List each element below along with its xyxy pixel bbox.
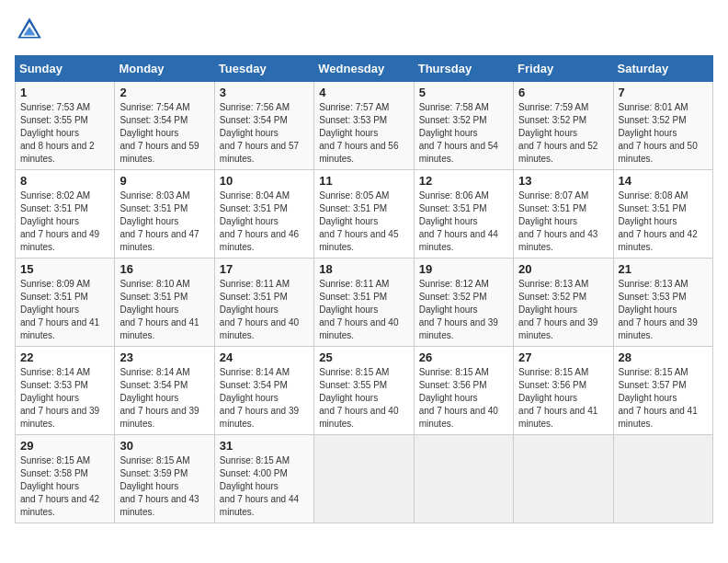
day-info: Sunrise: 8:04 AMSunset: 3:51 PMDaylight … xyxy=(220,190,309,254)
table-row xyxy=(514,435,613,523)
table-row: 15Sunrise: 8:09 AMSunset: 3:51 PMDayligh… xyxy=(16,259,115,347)
day-info: Sunrise: 8:13 AMSunset: 3:53 PMDaylight … xyxy=(619,278,708,342)
day-number: 14 xyxy=(619,174,708,188)
table-row: 14Sunrise: 8:08 AMSunset: 3:51 PMDayligh… xyxy=(613,170,712,259)
table-row: 6Sunrise: 7:59 AMSunset: 3:52 PMDaylight… xyxy=(514,82,613,170)
table-row: 11Sunrise: 8:05 AMSunset: 3:51 PMDayligh… xyxy=(314,170,414,259)
day-number: 23 xyxy=(119,350,209,364)
table-row xyxy=(414,435,513,523)
week-row-2: 15Sunrise: 8:09 AMSunset: 3:51 PMDayligh… xyxy=(16,259,713,347)
day-info: Sunrise: 8:02 AMSunset: 3:51 PMDaylight … xyxy=(20,190,109,254)
week-row-1: 8Sunrise: 8:02 AMSunset: 3:51 PMDaylight… xyxy=(16,170,713,259)
table-row: 22Sunrise: 8:14 AMSunset: 3:53 PMDayligh… xyxy=(16,347,115,435)
day-number: 4 xyxy=(319,86,408,99)
day-number: 5 xyxy=(419,86,508,99)
day-number: 3 xyxy=(220,86,309,99)
day-number: 25 xyxy=(319,350,408,364)
week-row-4: 29Sunrise: 8:15 AMSunset: 3:58 PMDayligh… xyxy=(16,435,713,523)
table-row: 4Sunrise: 7:57 AMSunset: 3:53 PMDaylight… xyxy=(314,82,414,170)
day-info: Sunrise: 8:12 AMSunset: 3:52 PMDaylight … xyxy=(419,278,508,342)
day-info: Sunrise: 8:03 AMSunset: 3:51 PMDaylight … xyxy=(119,190,209,254)
day-info: Sunrise: 8:15 AMSunset: 3:58 PMDaylight … xyxy=(20,454,109,519)
table-row: 17Sunrise: 8:11 AMSunset: 3:51 PMDayligh… xyxy=(214,259,313,347)
day-number: 7 xyxy=(619,86,708,99)
table-row: 29Sunrise: 8:15 AMSunset: 3:58 PMDayligh… xyxy=(16,435,115,523)
day-info: Sunrise: 7:57 AMSunset: 3:53 PMDaylight … xyxy=(319,101,408,166)
table-row: 28Sunrise: 8:15 AMSunset: 3:57 PMDayligh… xyxy=(613,347,712,435)
week-row-3: 22Sunrise: 8:14 AMSunset: 3:53 PMDayligh… xyxy=(16,347,713,435)
day-number: 18 xyxy=(319,262,408,276)
day-info: Sunrise: 7:58 AMSunset: 3:52 PMDaylight … xyxy=(419,101,508,166)
col-header-saturday: Saturday xyxy=(613,56,712,82)
day-number: 6 xyxy=(518,86,608,99)
day-number: 29 xyxy=(20,439,109,453)
day-info: Sunrise: 8:15 AMSunset: 3:57 PMDaylight … xyxy=(619,366,708,431)
table-row: 23Sunrise: 8:14 AMSunset: 3:54 PMDayligh… xyxy=(115,347,214,435)
day-info: Sunrise: 8:10 AMSunset: 3:51 PMDaylight … xyxy=(119,278,209,342)
day-number: 30 xyxy=(119,439,209,453)
day-info: Sunrise: 8:15 AMSunset: 4:00 PMDaylight … xyxy=(220,454,309,519)
col-header-wednesday: Wednesday xyxy=(314,56,414,82)
logo-icon xyxy=(15,15,44,44)
day-number: 19 xyxy=(419,262,508,276)
table-row: 21Sunrise: 8:13 AMSunset: 3:53 PMDayligh… xyxy=(613,259,712,347)
day-info: Sunrise: 8:14 AMSunset: 3:53 PMDaylight … xyxy=(20,366,109,431)
table-row: 13Sunrise: 8:07 AMSunset: 3:51 PMDayligh… xyxy=(514,170,613,259)
day-info: Sunrise: 8:15 AMSunset: 3:56 PMDaylight … xyxy=(419,366,508,431)
table-row: 18Sunrise: 8:11 AMSunset: 3:51 PMDayligh… xyxy=(314,259,414,347)
day-info: Sunrise: 8:09 AMSunset: 3:51 PMDaylight … xyxy=(20,278,109,342)
day-number: 31 xyxy=(220,439,309,453)
page-header xyxy=(15,15,713,44)
table-row: 10Sunrise: 8:04 AMSunset: 3:51 PMDayligh… xyxy=(214,170,313,259)
day-number: 26 xyxy=(419,350,508,364)
day-number: 24 xyxy=(220,350,309,364)
table-row xyxy=(314,435,414,523)
day-info: Sunrise: 8:14 AMSunset: 3:54 PMDaylight … xyxy=(220,366,309,431)
table-row: 16Sunrise: 8:10 AMSunset: 3:51 PMDayligh… xyxy=(115,259,214,347)
day-info: Sunrise: 7:53 AMSunset: 3:55 PMDaylight … xyxy=(20,101,109,166)
col-header-tuesday: Tuesday xyxy=(214,56,313,82)
day-number: 8 xyxy=(20,174,109,188)
day-info: Sunrise: 7:56 AMSunset: 3:54 PMDaylight … xyxy=(220,101,309,166)
day-number: 13 xyxy=(518,174,608,188)
table-row: 7Sunrise: 8:01 AMSunset: 3:52 PMDaylight… xyxy=(613,82,712,170)
calendar-table: SundayMondayTuesdayWednesdayThursdayFrid… xyxy=(15,55,713,523)
table-row: 27Sunrise: 8:15 AMSunset: 3:56 PMDayligh… xyxy=(514,347,613,435)
day-number: 27 xyxy=(518,350,608,364)
table-row: 30Sunrise: 8:15 AMSunset: 3:59 PMDayligh… xyxy=(115,435,214,523)
day-info: Sunrise: 7:59 AMSunset: 3:52 PMDaylight … xyxy=(518,101,608,166)
table-row: 8Sunrise: 8:02 AMSunset: 3:51 PMDaylight… xyxy=(16,170,115,259)
day-number: 9 xyxy=(119,174,209,188)
table-row: 20Sunrise: 8:13 AMSunset: 3:52 PMDayligh… xyxy=(514,259,613,347)
day-number: 16 xyxy=(119,262,209,276)
day-info: Sunrise: 8:14 AMSunset: 3:54 PMDaylight … xyxy=(119,366,209,431)
day-info: Sunrise: 8:07 AMSunset: 3:51 PMDaylight … xyxy=(518,190,608,254)
day-info: Sunrise: 8:06 AMSunset: 3:51 PMDaylight … xyxy=(419,190,508,254)
table-row: 5Sunrise: 7:58 AMSunset: 3:52 PMDaylight… xyxy=(414,82,513,170)
col-header-friday: Friday xyxy=(514,56,613,82)
day-number: 11 xyxy=(319,174,408,188)
day-info: Sunrise: 8:11 AMSunset: 3:51 PMDaylight … xyxy=(220,278,309,342)
day-info: Sunrise: 8:08 AMSunset: 3:51 PMDaylight … xyxy=(619,190,708,254)
table-row: 19Sunrise: 8:12 AMSunset: 3:52 PMDayligh… xyxy=(414,259,513,347)
day-info: Sunrise: 8:15 AMSunset: 3:55 PMDaylight … xyxy=(319,366,408,431)
day-info: Sunrise: 8:05 AMSunset: 3:51 PMDaylight … xyxy=(319,190,408,254)
table-row: 26Sunrise: 8:15 AMSunset: 3:56 PMDayligh… xyxy=(414,347,513,435)
col-header-monday: Monday xyxy=(115,56,214,82)
day-info: Sunrise: 8:15 AMSunset: 3:56 PMDaylight … xyxy=(518,366,608,431)
day-number: 15 xyxy=(20,262,109,276)
calendar-header-row: SundayMondayTuesdayWednesdayThursdayFrid… xyxy=(16,56,713,82)
table-row: 25Sunrise: 8:15 AMSunset: 3:55 PMDayligh… xyxy=(314,347,414,435)
table-row: 2Sunrise: 7:54 AMSunset: 3:54 PMDaylight… xyxy=(115,82,214,170)
table-row: 31Sunrise: 8:15 AMSunset: 4:00 PMDayligh… xyxy=(214,435,313,523)
day-info: Sunrise: 7:54 AMSunset: 3:54 PMDaylight … xyxy=(119,101,209,166)
day-info: Sunrise: 8:01 AMSunset: 3:52 PMDaylight … xyxy=(619,101,708,166)
day-info: Sunrise: 8:11 AMSunset: 3:51 PMDaylight … xyxy=(319,278,408,342)
day-number: 20 xyxy=(518,262,608,276)
day-number: 22 xyxy=(20,350,109,364)
calendar-body: 1Sunrise: 7:53 AMSunset: 3:55 PMDaylight… xyxy=(16,82,713,523)
col-header-sunday: Sunday xyxy=(16,56,115,82)
day-number: 21 xyxy=(619,262,708,276)
day-info: Sunrise: 8:15 AMSunset: 3:59 PMDaylight … xyxy=(119,454,209,519)
table-row xyxy=(613,435,712,523)
